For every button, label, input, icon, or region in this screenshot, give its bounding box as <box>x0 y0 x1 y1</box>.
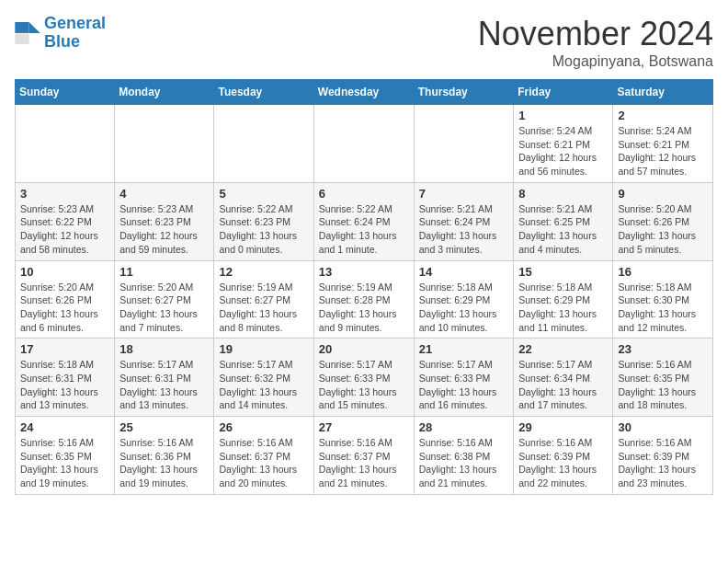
calendar-cell: 26Sunrise: 5:16 AM Sunset: 6:37 PM Dayli… <box>214 417 313 495</box>
month-title: November 2024 <box>478 15 713 53</box>
weekday-header-friday: Friday <box>514 80 613 105</box>
day-number: 23 <box>618 342 708 356</box>
day-number: 5 <box>219 187 308 201</box>
weekday-header-wednesday: Wednesday <box>313 80 414 105</box>
day-info: Sunrise: 5:19 AM Sunset: 6:27 PM Dayligh… <box>219 281 308 335</box>
day-info: Sunrise: 5:24 AM Sunset: 6:21 PM Dayligh… <box>618 124 708 178</box>
day-number: 30 <box>618 420 708 434</box>
day-info: Sunrise: 5:20 AM Sunset: 6:26 PM Dayligh… <box>20 281 109 335</box>
svg-marker-1 <box>29 22 40 33</box>
day-info: Sunrise: 5:17 AM Sunset: 6:33 PM Dayligh… <box>319 358 409 412</box>
day-info: Sunrise: 5:17 AM Sunset: 6:33 PM Dayligh… <box>419 358 509 412</box>
day-info: Sunrise: 5:23 AM Sunset: 6:23 PM Dayligh… <box>119 202 209 257</box>
day-info: Sunrise: 5:22 AM Sunset: 6:24 PM Dayligh… <box>319 202 409 257</box>
day-info: Sunrise: 5:16 AM Sunset: 6:39 PM Dayligh… <box>618 436 708 490</box>
calendar-cell: 24Sunrise: 5:16 AM Sunset: 6:35 PM Dayli… <box>16 417 115 495</box>
day-number: 20 <box>319 342 409 356</box>
calendar-cell <box>313 105 414 183</box>
day-number: 28 <box>419 420 509 434</box>
week-row-0: 1Sunrise: 5:24 AM Sunset: 6:21 PM Daylig… <box>16 105 713 183</box>
day-number: 24 <box>20 420 109 434</box>
calendar-cell: 3Sunrise: 5:23 AM Sunset: 6:22 PM Daylig… <box>16 182 115 260</box>
day-info: Sunrise: 5:21 AM Sunset: 6:24 PM Dayligh… <box>419 202 509 257</box>
calendar-cell <box>16 105 115 183</box>
calendar-cell: 13Sunrise: 5:19 AM Sunset: 6:28 PM Dayli… <box>313 260 414 339</box>
day-number: 19 <box>219 342 308 356</box>
day-info: Sunrise: 5:16 AM Sunset: 6:37 PM Dayligh… <box>219 436 308 490</box>
calendar-cell: 15Sunrise: 5:18 AM Sunset: 6:29 PM Dayli… <box>514 260 613 339</box>
calendar-cell: 19Sunrise: 5:17 AM Sunset: 6:32 PM Dayli… <box>214 339 313 417</box>
calendar-cell: 17Sunrise: 5:18 AM Sunset: 6:31 PM Dayli… <box>16 339 115 417</box>
day-info: Sunrise: 5:22 AM Sunset: 6:23 PM Dayligh… <box>219 202 308 257</box>
day-number: 3 <box>20 187 109 201</box>
day-number: 9 <box>618 187 708 201</box>
calendar-cell: 4Sunrise: 5:23 AM Sunset: 6:23 PM Daylig… <box>115 182 214 260</box>
logo-icon <box>15 22 40 44</box>
calendar-cell: 12Sunrise: 5:19 AM Sunset: 6:27 PM Dayli… <box>214 260 313 339</box>
day-info: Sunrise: 5:17 AM Sunset: 6:31 PM Dayligh… <box>119 358 209 412</box>
calendar-header: SundayMondayTuesdayWednesdayThursdayFrid… <box>16 80 713 105</box>
logo: General Blue <box>15 15 106 52</box>
day-number: 7 <box>419 187 509 201</box>
location-subtitle: Mogapinyana, Botswana <box>478 53 713 70</box>
calendar-cell: 29Sunrise: 5:16 AM Sunset: 6:39 PM Dayli… <box>514 417 613 495</box>
day-info: Sunrise: 5:16 AM Sunset: 6:37 PM Dayligh… <box>319 436 409 490</box>
day-info: Sunrise: 5:18 AM Sunset: 6:29 PM Dayligh… <box>419 281 509 335</box>
title-block: November 2024 Mogapinyana, Botswana <box>478 15 713 70</box>
calendar-cell: 11Sunrise: 5:20 AM Sunset: 6:27 PM Dayli… <box>115 260 214 339</box>
day-number: 4 <box>119 187 209 201</box>
calendar-body: 1Sunrise: 5:24 AM Sunset: 6:21 PM Daylig… <box>16 105 713 495</box>
calendar-cell: 21Sunrise: 5:17 AM Sunset: 6:33 PM Dayli… <box>414 339 514 417</box>
page-header: General Blue November 2024 Mogapinyana, … <box>15 15 713 70</box>
weekday-header-saturday: Saturday <box>613 80 713 105</box>
day-info: Sunrise: 5:23 AM Sunset: 6:22 PM Dayligh… <box>20 202 109 257</box>
calendar-cell: 6Sunrise: 5:22 AM Sunset: 6:24 PM Daylig… <box>313 182 414 260</box>
day-info: Sunrise: 5:17 AM Sunset: 6:32 PM Dayligh… <box>219 358 308 412</box>
day-info: Sunrise: 5:19 AM Sunset: 6:28 PM Dayligh… <box>319 281 409 335</box>
day-number: 26 <box>219 420 308 434</box>
day-number: 21 <box>419 342 509 356</box>
calendar-cell: 16Sunrise: 5:18 AM Sunset: 6:30 PM Dayli… <box>613 260 713 339</box>
day-number: 6 <box>319 187 409 201</box>
calendar-cell: 2Sunrise: 5:24 AM Sunset: 6:21 PM Daylig… <box>613 105 713 183</box>
calendar-cell: 25Sunrise: 5:16 AM Sunset: 6:36 PM Dayli… <box>115 417 214 495</box>
weekday-header-row: SundayMondayTuesdayWednesdayThursdayFrid… <box>16 80 713 105</box>
calendar-cell: 5Sunrise: 5:22 AM Sunset: 6:23 PM Daylig… <box>214 182 313 260</box>
day-info: Sunrise: 5:16 AM Sunset: 6:39 PM Dayligh… <box>518 436 608 490</box>
calendar-cell <box>414 105 514 183</box>
calendar-cell: 30Sunrise: 5:16 AM Sunset: 6:39 PM Dayli… <box>613 417 713 495</box>
calendar-cell: 10Sunrise: 5:20 AM Sunset: 6:26 PM Dayli… <box>16 260 115 339</box>
calendar-cell: 7Sunrise: 5:21 AM Sunset: 6:24 PM Daylig… <box>414 182 514 260</box>
day-info: Sunrise: 5:17 AM Sunset: 6:34 PM Dayligh… <box>518 358 608 412</box>
calendar-cell: 23Sunrise: 5:16 AM Sunset: 6:35 PM Dayli… <box>613 339 713 417</box>
day-number: 12 <box>219 265 308 279</box>
svg-rect-2 <box>15 34 28 44</box>
day-number: 27 <box>319 420 409 434</box>
day-number: 10 <box>20 265 109 279</box>
day-info: Sunrise: 5:20 AM Sunset: 6:27 PM Dayligh… <box>119 281 209 335</box>
day-info: Sunrise: 5:18 AM Sunset: 6:31 PM Dayligh… <box>20 358 109 412</box>
calendar-cell: 9Sunrise: 5:20 AM Sunset: 6:26 PM Daylig… <box>613 182 713 260</box>
day-info: Sunrise: 5:18 AM Sunset: 6:29 PM Dayligh… <box>518 281 608 335</box>
day-info: Sunrise: 5:21 AM Sunset: 6:25 PM Dayligh… <box>518 202 608 257</box>
calendar-cell <box>214 105 313 183</box>
calendar-cell: 27Sunrise: 5:16 AM Sunset: 6:37 PM Dayli… <box>313 417 414 495</box>
day-number: 15 <box>518 265 608 279</box>
weekday-header-sunday: Sunday <box>16 80 115 105</box>
weekday-header-monday: Monday <box>115 80 214 105</box>
calendar-table: SundayMondayTuesdayWednesdayThursdayFrid… <box>15 79 713 495</box>
week-row-4: 24Sunrise: 5:16 AM Sunset: 6:35 PM Dayli… <box>16 417 713 495</box>
weekday-header-tuesday: Tuesday <box>214 80 313 105</box>
day-number: 29 <box>518 420 608 434</box>
day-info: Sunrise: 5:20 AM Sunset: 6:26 PM Dayligh… <box>618 202 708 257</box>
week-row-1: 3Sunrise: 5:23 AM Sunset: 6:22 PM Daylig… <box>16 182 713 260</box>
day-info: Sunrise: 5:16 AM Sunset: 6:36 PM Dayligh… <box>119 436 209 490</box>
day-number: 22 <box>518 342 608 356</box>
calendar-cell: 14Sunrise: 5:18 AM Sunset: 6:29 PM Dayli… <box>414 260 514 339</box>
day-info: Sunrise: 5:18 AM Sunset: 6:30 PM Dayligh… <box>618 281 708 335</box>
day-number: 18 <box>119 342 209 356</box>
day-number: 14 <box>419 265 509 279</box>
calendar-cell: 18Sunrise: 5:17 AM Sunset: 6:31 PM Dayli… <box>115 339 214 417</box>
day-number: 8 <box>518 187 608 201</box>
day-info: Sunrise: 5:16 AM Sunset: 6:35 PM Dayligh… <box>20 436 109 490</box>
